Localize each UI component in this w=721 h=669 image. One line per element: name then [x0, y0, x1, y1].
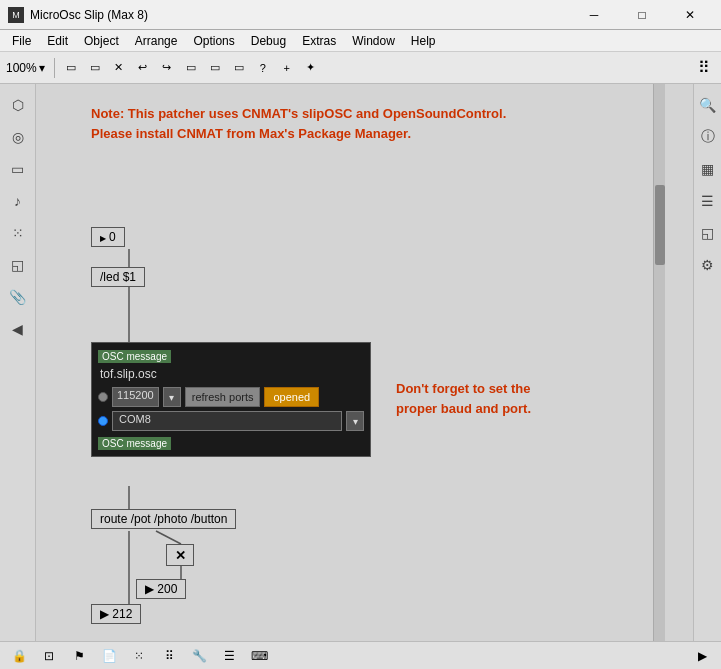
- toolbar-btn-5[interactable]: ↪: [156, 57, 178, 79]
- obj-212-val: ▶ 212: [100, 607, 132, 621]
- sidebar-btn-circle[interactable]: ◎: [5, 124, 31, 150]
- toolbar-btn-4[interactable]: ↩: [132, 57, 154, 79]
- note-text: Note: This patcher uses CNMAT's slipOSC …: [91, 104, 506, 143]
- right-sidebar: 🔍 ⓘ ▦ ☰ ◱ ⚙: [693, 84, 721, 641]
- menu-object[interactable]: Object: [76, 30, 127, 52]
- sidebar-btn-search[interactable]: 🔍: [695, 92, 721, 118]
- titlebar: M MicroOsc Slip (Max 8) ─ □ ✕: [0, 0, 721, 30]
- close-button[interactable]: ✕: [667, 0, 713, 30]
- obj-x[interactable]: ✕: [166, 544, 194, 566]
- port-dropdown-arrow[interactable]: ▾: [346, 411, 364, 431]
- zoom-arrow[interactable]: ▾: [39, 61, 45, 75]
- statusbar-flag[interactable]: ⚑: [68, 645, 90, 667]
- menubar: File Edit Object Arrange Options Debug E…: [0, 30, 721, 52]
- obj-200[interactable]: ▶ 200: [136, 579, 186, 599]
- sidebar-btn-grid2[interactable]: ▦: [695, 156, 721, 182]
- statusbar-expand[interactable]: ⊡: [38, 645, 60, 667]
- minimize-button[interactable]: ─: [571, 0, 617, 30]
- sidebar-btn-list[interactable]: ☰: [695, 188, 721, 214]
- scrollbar-thumb[interactable]: [655, 185, 665, 265]
- right-scrollbar[interactable]: [653, 84, 665, 641]
- toolbar-grid-btn[interactable]: ⠿: [693, 57, 715, 79]
- sidebar-btn-layers[interactable]: ◱: [5, 252, 31, 278]
- obj-212[interactable]: ▶ 212: [91, 604, 141, 624]
- opened-button[interactable]: opened: [264, 387, 319, 407]
- toolbar-btn-10[interactable]: +: [276, 57, 298, 79]
- zoom-control: 100% ▾: [6, 61, 45, 75]
- osc-label2: OSC message: [98, 437, 171, 450]
- sidebar-btn-note[interactable]: ♪: [5, 188, 31, 214]
- statusbar-wrench[interactable]: 🔧: [188, 645, 210, 667]
- statusbar: 🔒 ⊡ ⚑ 📄 ⁙ ⠿ 🔧 ☰ ⌨ ▶: [0, 641, 721, 669]
- note-line1: Note: This patcher uses CNMAT's slipOSC …: [91, 104, 506, 124]
- obj-led-val: /led $1: [100, 270, 136, 284]
- obj-route-val: route /pot /photo /button: [100, 512, 227, 526]
- osc-address: tof.slip.osc: [98, 367, 364, 381]
- menu-arrange[interactable]: Arrange: [127, 30, 186, 52]
- menu-options[interactable]: Options: [185, 30, 242, 52]
- statusbar-grid3[interactable]: ⠿: [158, 645, 180, 667]
- svg-line-3: [156, 531, 181, 544]
- statusbar-bars[interactable]: ☰: [218, 645, 240, 667]
- toolbar-btn-2[interactable]: ▭: [84, 57, 106, 79]
- toolbar-btn-8[interactable]: ▭: [228, 57, 250, 79]
- menu-help[interactable]: Help: [403, 30, 444, 52]
- obj-triangle: ▶: [100, 234, 106, 243]
- dont-forget-line1: Don't forget to set the: [396, 379, 531, 399]
- main-layout: ⬡ ◎ ▭ ♪ ⁙ ◱ 📎 ◀ Note: This patcher uses …: [0, 84, 721, 641]
- sidebar-btn-cube[interactable]: ⬡: [5, 92, 31, 118]
- statusbar-lock[interactable]: 🔒: [8, 645, 30, 667]
- baud-select[interactable]: 115200: [112, 387, 159, 407]
- statusbar-keyboard[interactable]: ⌨: [248, 645, 270, 667]
- obj-led[interactable]: /led $1: [91, 267, 145, 287]
- window-title: MicroOsc Slip (Max 8): [30, 8, 571, 22]
- baud-dropdown-arrow[interactable]: ▾: [163, 387, 181, 407]
- port-led: [98, 416, 108, 426]
- obj-x-val: ✕: [175, 548, 186, 563]
- sidebar-btn-clip[interactable]: 📎: [5, 284, 31, 310]
- toolbar-btn-9[interactable]: ?: [252, 57, 274, 79]
- statusbar-file[interactable]: 📄: [98, 645, 120, 667]
- dont-forget-line2: proper baud and port.: [396, 399, 531, 419]
- dont-forget-text: Don't forget to set the proper baud and …: [396, 379, 531, 418]
- statusbar-dots[interactable]: ⁙: [128, 645, 150, 667]
- statusbar-play[interactable]: ▶: [691, 645, 713, 667]
- obj-zero-val: 0: [109, 230, 116, 244]
- menu-window[interactable]: Window: [344, 30, 403, 52]
- canvas: Note: This patcher uses CNMAT's slipOSC …: [36, 84, 693, 641]
- osc-label: OSC message: [98, 350, 171, 363]
- refresh-ports-button[interactable]: refresh ports: [185, 387, 261, 407]
- zoom-level: 100%: [6, 61, 37, 75]
- toolbar-btn-3[interactable]: ✕: [108, 57, 130, 79]
- toolbar-btn-1[interactable]: ▭: [60, 57, 82, 79]
- note-line2: Please install CNMAT from Max's Package …: [91, 124, 506, 144]
- menu-file[interactable]: File: [4, 30, 39, 52]
- osc-panel: OSC message tof.slip.osc 115200 ▾ refres…: [91, 342, 371, 457]
- obj-200-val: ▶ 200: [145, 582, 177, 596]
- port-select[interactable]: COM8: [112, 411, 342, 431]
- menu-debug[interactable]: Debug: [243, 30, 294, 52]
- toolbar-separator: [54, 58, 55, 78]
- sidebar-btn-box[interactable]: ◱: [695, 220, 721, 246]
- obj-route[interactable]: route /pot /photo /button: [91, 509, 236, 529]
- baud-led: [98, 392, 108, 402]
- toolbar: 100% ▾ ▭ ▭ ✕ ↩ ↪ ▭ ▭ ▭ ? + ✦ ⠿: [0, 52, 721, 84]
- toolbar-btn-7[interactable]: ▭: [204, 57, 226, 79]
- sidebar-btn-rect[interactable]: ▭: [5, 156, 31, 182]
- sidebar-btn-info[interactable]: ⓘ: [695, 124, 721, 150]
- titlebar-controls: ─ □ ✕: [571, 0, 713, 30]
- port-row: COM8 ▾: [98, 411, 364, 431]
- obj-zero[interactable]: ▶0: [91, 227, 125, 247]
- sidebar-btn-grid[interactable]: ⁙: [5, 220, 31, 246]
- toolbar-btn-6[interactable]: ▭: [180, 57, 202, 79]
- baud-row: 115200 ▾ refresh ports opened: [98, 387, 364, 407]
- left-sidebar: ⬡ ◎ ▭ ♪ ⁙ ◱ 📎 ◀: [0, 84, 36, 641]
- sidebar-btn-arrow[interactable]: ◀: [5, 316, 31, 342]
- menu-edit[interactable]: Edit: [39, 30, 76, 52]
- toolbar-btn-11[interactable]: ✦: [300, 57, 322, 79]
- app-icon: M: [8, 7, 24, 23]
- sidebar-btn-knob[interactable]: ⚙: [695, 252, 721, 278]
- maximize-button[interactable]: □: [619, 0, 665, 30]
- menu-extras[interactable]: Extras: [294, 30, 344, 52]
